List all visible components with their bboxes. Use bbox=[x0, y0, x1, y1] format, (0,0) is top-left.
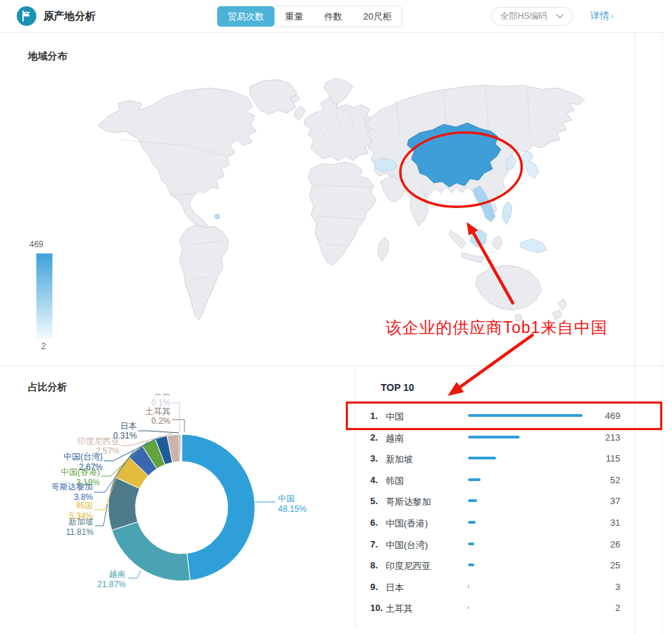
map-legend: 469 2 bbox=[21, 239, 63, 351]
top10-rank: 5. bbox=[370, 496, 378, 506]
map-region-malaysia bbox=[470, 229, 487, 247]
top10-rank: 8. bbox=[370, 560, 378, 570]
top10-bar bbox=[468, 478, 481, 481]
top10-row: 6.中国(香港)31 bbox=[370, 511, 620, 533]
donut-label: 0.31% bbox=[113, 431, 137, 441]
top10-value: 31 bbox=[611, 517, 620, 528]
map-region-philippines bbox=[502, 201, 512, 225]
map-region-costa-rica bbox=[214, 214, 220, 219]
top10-bar bbox=[468, 585, 469, 588]
donut-label: 3.18% bbox=[76, 478, 100, 487]
top10-row: 3.新加坡115 bbox=[370, 447, 620, 469]
tab-piece-count[interactable]: 件数 bbox=[314, 6, 353, 27]
donut-label: 中国 bbox=[278, 494, 295, 503]
top10-rank: 6. bbox=[370, 517, 378, 528]
top10-rank: 7. bbox=[370, 539, 378, 550]
donut-slice[interactable] bbox=[181, 434, 182, 462]
top10-list: 1.中国4692.越南2133.新加坡1154.韩国525.哥斯达黎加376.中… bbox=[370, 404, 620, 618]
donut-label: 越南 bbox=[109, 569, 126, 579]
legend-gradient-bar bbox=[36, 253, 52, 339]
top10-value: 3 bbox=[615, 582, 620, 592]
map-region-japan bbox=[522, 151, 539, 179]
page-title: 原产地分析 bbox=[43, 10, 96, 23]
tab-20ft-container[interactable]: 20尺柜 bbox=[353, 6, 402, 27]
top10-bar bbox=[468, 521, 476, 524]
content-right-border bbox=[634, 33, 635, 634]
world-map[interactable] bbox=[80, 70, 601, 353]
donut-label: 48.15% bbox=[278, 504, 307, 514]
top10-value: 37 bbox=[611, 496, 620, 506]
legend-max-value: 469 bbox=[29, 239, 63, 249]
donut-label: 0.2% bbox=[152, 416, 171, 426]
top10-row: 10.土耳其2 bbox=[370, 596, 620, 618]
donut-label: 5.34% bbox=[69, 511, 93, 521]
header-divider bbox=[0, 32, 664, 33]
top10-bar bbox=[468, 543, 474, 545]
top10-country-label: 日本 bbox=[386, 582, 404, 594]
top10-bar bbox=[468, 457, 496, 459]
top10-country-label: 哥斯达黎加 bbox=[386, 496, 431, 508]
top10-row: 9.日本3 bbox=[370, 575, 620, 597]
top10-rank: 4. bbox=[370, 475, 378, 485]
donut-label: 2.57% bbox=[96, 446, 119, 456]
top10-rank: 2. bbox=[370, 432, 378, 443]
donut-label: 3.8% bbox=[74, 492, 94, 502]
page-right-border bbox=[662, 33, 663, 634]
donut-label-leader bbox=[138, 431, 179, 433]
top10-country-label: 中国(台湾) bbox=[386, 539, 428, 552]
donut-label: 11.81% bbox=[66, 527, 94, 537]
hs-code-select-value: 全部HS编码 bbox=[500, 10, 547, 22]
map-landmass bbox=[98, 78, 585, 321]
top10-bar bbox=[468, 563, 474, 566]
donut-label: 土耳其 bbox=[145, 406, 170, 416]
metric-tab-group: 贸易次数 重量 件数 20尺柜 bbox=[217, 6, 402, 27]
donut-slice[interactable] bbox=[182, 434, 255, 580]
top10-value: 2 bbox=[615, 603, 620, 613]
top10-country-label: 越南 bbox=[386, 432, 404, 445]
donut-label: 日本 bbox=[120, 421, 137, 431]
header: 原产地分析 贸易次数 重量 件数 20尺柜 全部HS编码 详情› bbox=[0, 0, 672, 32]
top10-country-label: 中国(香港) bbox=[386, 517, 428, 530]
share-donut-chart[interactable]: 中国48.15%越南21.87%新加坡11.81%韩国5.34%哥斯达黎加3.8… bbox=[0, 365, 360, 634]
top10-country-label: 新加坡 bbox=[386, 453, 413, 466]
tab-trade-count[interactable]: 贸易次数 bbox=[217, 6, 275, 27]
donut-label-leader bbox=[129, 570, 141, 578]
annotation-arrowhead-top10 bbox=[448, 382, 464, 396]
donut-label: 21.87% bbox=[97, 580, 126, 589]
chevron-right-icon: › bbox=[611, 10, 613, 21]
legend-min-value: 2 bbox=[41, 341, 63, 351]
donut-label: 2.67% bbox=[79, 462, 103, 472]
top10-rank: 3. bbox=[370, 453, 378, 464]
chevron-down-icon bbox=[556, 14, 564, 19]
top10-value: 26 bbox=[611, 539, 620, 550]
top10-row: 5.哥斯达黎加37 bbox=[370, 489, 620, 511]
flag-icon bbox=[20, 10, 33, 22]
detail-link[interactable]: 详情› bbox=[590, 10, 613, 22]
top10-row: 7.中国(台湾)26 bbox=[370, 533, 620, 554]
top10-value: 213 bbox=[605, 432, 620, 443]
tab-weight[interactable]: 重量 bbox=[275, 6, 314, 27]
top10-country-label: 土耳其 bbox=[386, 603, 413, 615]
top10-value: 52 bbox=[611, 475, 620, 485]
map-section-title: 地域分布 bbox=[28, 50, 67, 63]
top10-section-title: TOP 10 bbox=[381, 382, 414, 393]
top10-value: 115 bbox=[606, 453, 620, 464]
annotation-text: 该企业的供应商Tob1来自中国 bbox=[386, 317, 608, 339]
top10-bar bbox=[468, 606, 469, 609]
top10-bar bbox=[468, 499, 477, 502]
top10-country-label: 韩国 bbox=[386, 475, 404, 487]
top10-rank: 10. bbox=[370, 603, 383, 613]
donut-label-leader bbox=[172, 420, 184, 432]
top10-row: 4.韩国52 bbox=[370, 469, 620, 490]
donut-label-leader bbox=[172, 403, 180, 432]
top10-value: 25 bbox=[611, 560, 620, 570]
top10-row: 8.印度尼西亚25 bbox=[370, 554, 620, 575]
donut-label: 韩国 bbox=[76, 501, 93, 510]
hs-code-select[interactable]: 全部HS编码 bbox=[491, 7, 573, 26]
top10-bar bbox=[468, 436, 520, 438]
map-region-png bbox=[520, 239, 547, 253]
top10-rank: 9. bbox=[370, 582, 378, 592]
top10-country-label: 印度尼西亚 bbox=[386, 560, 431, 573]
app-logo flag-icon bbox=[17, 6, 36, 26]
donut-label: 0.1% bbox=[152, 398, 171, 408]
